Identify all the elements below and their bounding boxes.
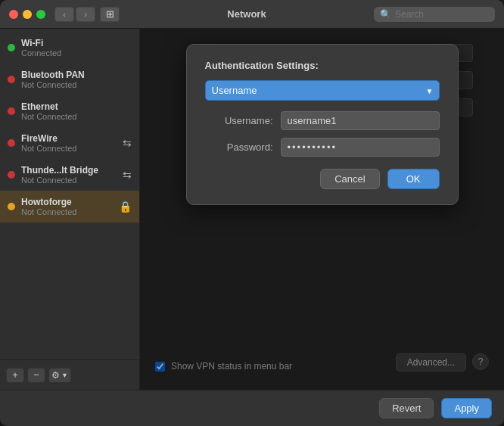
modal-overlay: Authentication Settings: Username Passwo… bbox=[140, 29, 504, 390]
sidebar-status-wifi: Connected bbox=[21, 48, 132, 58]
chevron-down-icon: ▼ bbox=[61, 372, 68, 379]
sidebar-name-wifi: Wi-Fi bbox=[21, 38, 132, 48]
window-title: Network bbox=[120, 8, 374, 20]
cancel-button[interactable]: Cancel bbox=[320, 169, 379, 189]
thunderbolt-icon: ⇆ bbox=[123, 169, 132, 181]
sidebar-status-howtoforge: Not Connected bbox=[21, 207, 113, 216]
sidebar: Wi-Fi Connected Bluetooth PAN Not Connec… bbox=[0, 29, 140, 390]
auth-type-wrapper: Username Password RSA SecurID Certificat… bbox=[205, 80, 440, 101]
minimize-button[interactable] bbox=[23, 10, 32, 19]
firewire-icon: ⇆ bbox=[123, 137, 132, 149]
sidebar-item-firewire[interactable]: FireWire Not Connected ⇆ bbox=[0, 127, 139, 159]
modal-username-row: Username: bbox=[205, 111, 440, 130]
apply-button[interactable]: Apply bbox=[441, 398, 492, 418]
status-dot-thunderbolt bbox=[8, 171, 15, 179]
sidebar-name-bluetooth: Bluetooth PAN bbox=[21, 70, 132, 80]
modal-password-row: Password: bbox=[205, 138, 440, 157]
modal-username-label: Username: bbox=[205, 115, 273, 126]
window-bottom-bar: Revert Apply bbox=[0, 390, 504, 426]
lock-icon: 🔒 bbox=[119, 201, 132, 213]
sidebar-item-howtoforge[interactable]: Howtoforge Not Connected 🔒 bbox=[0, 191, 139, 222]
sidebar-status-bluetooth: Not Connected bbox=[21, 80, 132, 89]
forward-button[interactable]: › bbox=[76, 7, 95, 22]
traffic-lights bbox=[9, 10, 45, 19]
main-area: Wi-Fi Connected Bluetooth PAN Not Connec… bbox=[0, 29, 504, 390]
nav-buttons: ‹ › bbox=[54, 7, 95, 22]
search-input[interactable] bbox=[395, 9, 486, 20]
auth-settings-modal: Authentication Settings: Username Passwo… bbox=[186, 44, 459, 205]
sidebar-name-firewire: FireWire bbox=[21, 133, 117, 144]
sidebar-footer: + − ⚙ ▼ bbox=[0, 359, 139, 390]
sidebar-text-bluetooth: Bluetooth PAN Not Connected bbox=[21, 70, 132, 89]
sidebar-text-howtoforge: Howtoforge Not Connected bbox=[21, 197, 113, 216]
status-dot-wifi bbox=[8, 44, 15, 51]
sidebar-name-thunderbolt: Thunde...lt Bridge bbox=[21, 165, 117, 176]
modal-footer: Cancel OK bbox=[205, 169, 440, 189]
search-box[interactable]: 🔍 bbox=[374, 7, 495, 22]
sidebar-status-firewire: Not Connected bbox=[21, 144, 117, 153]
status-dot-howtoforge bbox=[8, 203, 15, 210]
settings-gear-button[interactable]: ⚙ ▼ bbox=[48, 368, 71, 383]
content-area: Server Address: Remote ID: Local ID: Aut… bbox=[140, 29, 504, 390]
remove-connection-button[interactable]: − bbox=[27, 368, 45, 383]
sidebar-text-thunderbolt: Thunde...lt Bridge Not Connected bbox=[21, 165, 117, 185]
maximize-button[interactable] bbox=[36, 10, 45, 19]
sidebar-status-ethernet: Not Connected bbox=[21, 112, 132, 121]
modal-username-input[interactable] bbox=[281, 111, 440, 130]
status-dot-bluetooth bbox=[8, 76, 15, 83]
gear-icon: ⚙ bbox=[51, 370, 60, 381]
back-button[interactable]: ‹ bbox=[54, 7, 74, 22]
sidebar-list: Wi-Fi Connected Bluetooth PAN Not Connec… bbox=[0, 29, 139, 359]
sidebar-item-thunderbolt[interactable]: Thunde...lt Bridge Not Connected ⇆ bbox=[0, 159, 139, 191]
grid-button[interactable]: ⊞ bbox=[100, 7, 120, 22]
modal-password-input[interactable] bbox=[281, 138, 440, 157]
sidebar-item-wifi[interactable]: Wi-Fi Connected bbox=[0, 32, 139, 64]
status-dot-firewire bbox=[8, 139, 15, 147]
auth-type-select[interactable]: Username Password RSA SecurID Certificat… bbox=[205, 80, 440, 101]
sidebar-status-thunderbolt: Not Connected bbox=[21, 176, 117, 185]
revert-button[interactable]: Revert bbox=[379, 398, 434, 418]
sidebar-item-ethernet[interactable]: Ethernet Not Connected bbox=[0, 95, 139, 127]
grid-icon: ⊞ bbox=[106, 8, 114, 20]
titlebar: ‹ › ⊞ Network 🔍 bbox=[0, 0, 504, 29]
sidebar-item-bluetooth-pan[interactable]: Bluetooth PAN Not Connected bbox=[0, 64, 139, 95]
ok-button[interactable]: OK bbox=[387, 169, 440, 189]
network-window: ‹ › ⊞ Network 🔍 Wi-Fi Connected bbox=[0, 0, 504, 426]
sidebar-name-howtoforge: Howtoforge bbox=[21, 197, 113, 207]
close-button[interactable] bbox=[9, 10, 18, 19]
modal-password-label: Password: bbox=[205, 141, 273, 153]
modal-title: Authentication Settings: bbox=[205, 60, 440, 71]
status-dot-ethernet bbox=[8, 107, 15, 115]
sidebar-text-firewire: FireWire Not Connected bbox=[21, 133, 117, 153]
sidebar-text-ethernet: Ethernet Not Connected bbox=[21, 101, 132, 121]
add-connection-button[interactable]: + bbox=[6, 368, 24, 383]
sidebar-name-ethernet: Ethernet bbox=[21, 101, 132, 112]
sidebar-text-wifi: Wi-Fi Connected bbox=[21, 38, 132, 58]
search-icon: 🔍 bbox=[380, 9, 391, 20]
